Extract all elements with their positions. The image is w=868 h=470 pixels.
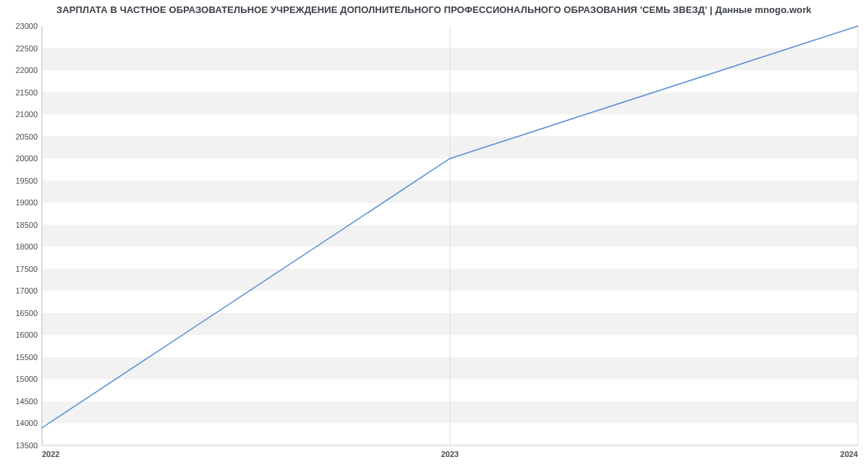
y-tick-label: 17000 bbox=[15, 286, 38, 295]
y-tick-label: 13500 bbox=[15, 441, 38, 450]
y-tick-label: 16500 bbox=[15, 309, 38, 317]
chart-svg: 1350014000145001500015500160001650017000… bbox=[0, 0, 868, 470]
y-tick-label: 15000 bbox=[15, 375, 38, 383]
y-axis: 1350014000145001500015500160001650017000… bbox=[15, 22, 38, 450]
y-tick-label: 22000 bbox=[15, 66, 38, 74]
y-tick-label: 23000 bbox=[15, 22, 38, 30]
y-tick-label: 22500 bbox=[15, 44, 38, 53]
y-tick-label: 19000 bbox=[15, 198, 38, 207]
y-tick-label: 16000 bbox=[15, 330, 38, 339]
y-tick-label: 14500 bbox=[15, 397, 38, 406]
y-tick-label: 20500 bbox=[15, 132, 38, 141]
y-tick-label: 18500 bbox=[15, 221, 38, 229]
y-tick-label: 15500 bbox=[15, 353, 38, 362]
line-chart: ЗАРПЛАТА В ЧАСТНОЕ ОБРАЗОВАТЕЛЬНОЕ УЧРЕЖ… bbox=[0, 0, 868, 470]
x-tick-label: 2024 bbox=[841, 450, 859, 458]
y-tick-label: 14000 bbox=[15, 419, 38, 427]
y-tick-label: 20000 bbox=[15, 154, 38, 163]
y-tick-label: 21000 bbox=[15, 110, 38, 119]
y-tick-label: 18000 bbox=[15, 242, 38, 251]
x-tick-label: 2023 bbox=[441, 450, 459, 458]
x-tick-label: 2022 bbox=[42, 450, 59, 458]
y-tick-label: 17500 bbox=[15, 265, 38, 273]
y-tick-label: 21500 bbox=[15, 88, 38, 97]
y-tick-label: 19500 bbox=[15, 176, 38, 185]
